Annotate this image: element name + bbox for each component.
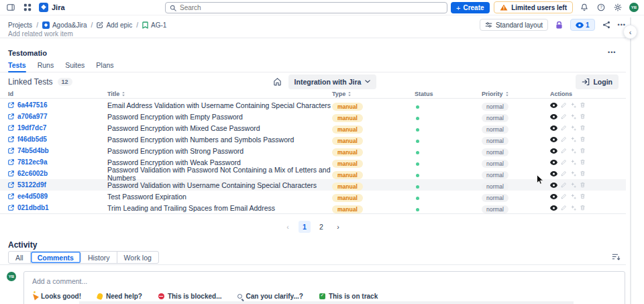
edit-icon[interactable]: [561, 182, 567, 188]
share-icon[interactable]: [601, 19, 612, 30]
activity-tab-all[interactable]: All: [9, 252, 31, 263]
test-id-link[interactable]: 74b5d4bb: [17, 147, 49, 154]
breadcrumb-projects[interactable]: Projects: [8, 21, 32, 29]
view-test-icon[interactable]: [550, 171, 557, 176]
ai-magic-icon[interactable]: [570, 193, 576, 199]
panel-more-icon[interactable]: •••: [608, 49, 616, 56]
table-row[interactable]: 62c6002b Password Validation with Passwo…: [0, 168, 626, 179]
delete-icon[interactable]: [580, 125, 586, 131]
delete-icon[interactable]: [580, 113, 586, 119]
sidebar-toggle-icon[interactable]: [5, 2, 16, 13]
delete-icon[interactable]: [580, 205, 586, 211]
tab-runs[interactable]: Runs: [38, 59, 54, 72]
edit-icon[interactable]: [561, 125, 567, 131]
test-id-link[interactable]: ee4d5089: [17, 193, 48, 200]
table-row[interactable]: f46db5d5 Password Encryption with Number…: [0, 134, 626, 145]
test-id-link[interactable]: a706a977: [17, 113, 48, 120]
quick-reply-chip[interactable]: Can you clarify...?: [237, 293, 303, 300]
external-link-icon[interactable]: [8, 205, 14, 211]
external-link-icon[interactable]: [8, 113, 14, 119]
panel-collapse-button[interactable]: ‹: [623, 25, 637, 39]
external-link-icon[interactable]: [8, 159, 14, 165]
view-test-icon[interactable]: [550, 183, 557, 188]
tab-suites[interactable]: Suites: [65, 59, 85, 72]
delete-icon[interactable]: [580, 193, 586, 199]
notifications-icon[interactable]: [579, 2, 590, 13]
ai-magic-icon[interactable]: [570, 102, 576, 108]
view-test-icon[interactable]: [550, 114, 557, 119]
ai-magic-icon[interactable]: [570, 182, 576, 188]
external-link-icon[interactable]: [8, 125, 14, 131]
integration-dropdown[interactable]: Integration with Jira: [288, 74, 377, 89]
help-icon[interactable]: ?: [596, 2, 606, 13]
ai-magic-icon[interactable]: [570, 136, 576, 142]
comment-input[interactable]: Add a comment... Looks good! Need help? …: [23, 271, 625, 304]
external-link-icon[interactable]: [8, 102, 14, 108]
ai-magic-icon[interactable]: [570, 125, 576, 131]
tab-tests[interactable]: Tests: [8, 59, 26, 72]
test-id-link[interactable]: 19df7dc7: [17, 124, 46, 132]
table-row[interactable]: 19df7dc7 Password Encryption with Mixed …: [0, 122, 626, 134]
right-scrollbar-track[interactable]: [630, 17, 631, 304]
breadcrumb-add-epic[interactable]: Add epic: [97, 21, 132, 29]
external-link-icon[interactable]: [8, 148, 14, 154]
tab-plans[interactable]: Plans: [96, 59, 113, 72]
page-1-button[interactable]: 1: [299, 221, 311, 233]
table-row[interactable]: a706a977 Password Encryption with Empty …: [0, 111, 626, 122]
activity-sort-icon[interactable]: [612, 253, 621, 261]
breadcrumb-issue-key[interactable]: AG-1: [142, 21, 166, 29]
breadcrumb-project[interactable]: Agoda&Jira: [42, 21, 87, 29]
quick-reply-chip[interactable]: This is blocked...: [158, 293, 222, 300]
delete-icon[interactable]: [580, 182, 586, 188]
table-row[interactable]: 021dbdb1 Trim Leading and Trailing Space…: [0, 202, 626, 213]
delete-icon[interactable]: [580, 136, 586, 142]
edit-icon[interactable]: [561, 148, 567, 154]
search-input[interactable]: [180, 4, 443, 11]
test-id-link[interactable]: 53122d9f: [17, 181, 46, 189]
quick-reply-chip[interactable]: Need help?: [97, 293, 142, 300]
table-row[interactable]: ee4d5089 Test Password Expiration manual…: [0, 191, 626, 202]
ai-magic-icon[interactable]: [570, 159, 576, 165]
edit-icon[interactable]: [561, 136, 567, 142]
view-test-icon[interactable]: [550, 194, 557, 199]
test-id-link[interactable]: f46db5d5: [17, 136, 47, 143]
test-id-link[interactable]: 7812ec9a: [17, 158, 48, 166]
view-test-icon[interactable]: [550, 103, 557, 108]
edit-icon[interactable]: [561, 193, 567, 199]
limited-users-button[interactable]: Limited users left: [494, 1, 573, 13]
header-title[interactable]: Title: [107, 89, 332, 98]
test-id-link[interactable]: 6a447516: [17, 101, 48, 109]
header-type[interactable]: Type: [332, 89, 415, 98]
ai-magic-icon[interactable]: [570, 148, 576, 154]
external-link-icon[interactable]: [8, 193, 14, 199]
delete-icon[interactable]: [580, 148, 586, 154]
activity-tab-worklog[interactable]: Work log: [117, 252, 158, 263]
activity-tab-history[interactable]: History: [81, 252, 117, 263]
table-row[interactable]: 6a447516 Email Address Validation with U…: [0, 99, 626, 111]
edit-icon[interactable]: [561, 170, 567, 176]
table-row[interactable]: 53122d9f Password Validation with Userna…: [0, 179, 626, 191]
edit-icon[interactable]: [561, 205, 567, 211]
delete-icon[interactable]: [580, 102, 586, 108]
table-row[interactable]: 74b5d4bb Password Encryption with Strong…: [0, 145, 626, 156]
login-button[interactable]: Login: [576, 74, 619, 89]
header-priority[interactable]: Priority: [482, 89, 550, 98]
create-button[interactable]: + Create: [451, 2, 490, 13]
page-prev-icon[interactable]: ‹: [282, 221, 294, 233]
external-link-icon[interactable]: [8, 170, 14, 176]
user-avatar[interactable]: YB: [629, 3, 639, 12]
watchers-button[interactable]: 1: [570, 19, 595, 31]
standard-layout-button[interactable]: Standard layout: [480, 19, 548, 31]
view-test-icon[interactable]: [550, 205, 557, 211]
ai-magic-icon[interactable]: [570, 113, 576, 119]
edit-icon[interactable]: [561, 113, 567, 119]
page-2-button[interactable]: 2: [315, 221, 327, 233]
global-search[interactable]: [165, 2, 447, 13]
activity-tab-comments[interactable]: Comments: [31, 252, 81, 263]
edit-icon[interactable]: [561, 102, 567, 108]
view-test-icon[interactable]: [550, 125, 557, 131]
test-id-link[interactable]: 62c6002b: [17, 170, 48, 177]
home-icon[interactable]: [272, 76, 283, 87]
test-id-link[interactable]: 021dbdb1: [17, 204, 49, 211]
view-test-icon[interactable]: [550, 160, 557, 165]
